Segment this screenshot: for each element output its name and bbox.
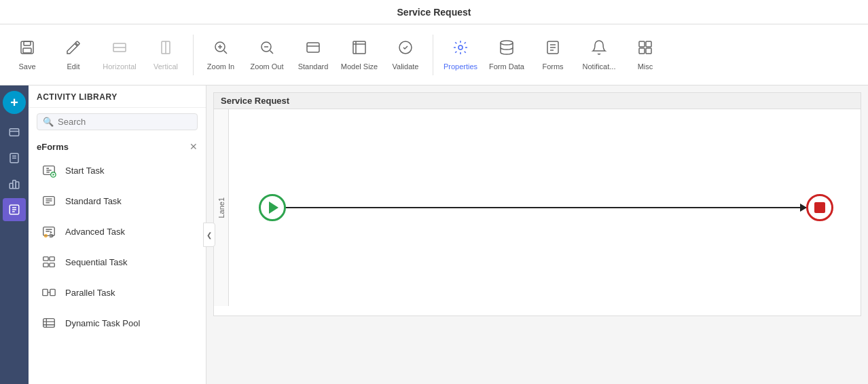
edit-label: Edit <box>67 62 80 71</box>
vertical-button[interactable]: Vertical <box>144 28 187 81</box>
edit-icon <box>65 39 82 60</box>
svg-rect-1 <box>24 41 31 45</box>
eforms-header: eForms ✕ <box>29 136 206 155</box>
model-size-button[interactable]: Model Size <box>338 28 381 81</box>
canvas-title: Service Request <box>214 93 861 109</box>
activity-panel: ACTIVITY LIBRARY 🔍 eForms ✕ Start Task <box>29 85 206 384</box>
zoom-out-icon <box>259 39 275 60</box>
standard-task-label: Standard Task <box>65 196 122 206</box>
start-node-play <box>269 201 278 214</box>
start-node[interactable] <box>259 194 286 221</box>
eforms-close-button[interactable]: ✕ <box>189 141 198 152</box>
search-input[interactable] <box>58 117 192 127</box>
flow-line <box>283 207 806 208</box>
svg-point-18 <box>458 45 463 50</box>
activity-list: Start Task Standard Task Advanced Task <box>29 155 206 384</box>
forms-button[interactable]: Forms <box>531 28 575 81</box>
list-item[interactable]: Standard Task <box>31 186 203 216</box>
advanced-task-icon <box>39 222 58 241</box>
svg-rect-25 <box>646 41 651 47</box>
horizontal-label: Horizontal <box>103 62 137 71</box>
svg-rect-24 <box>639 41 645 47</box>
main-layout: + ACTIVITY LIBRARY 🔍 eForms ✕ <box>0 85 868 384</box>
sequential-task-label: Sequential Task <box>65 257 128 267</box>
edit-button[interactable]: Edit <box>52 28 95 81</box>
svg-rect-28 <box>10 129 19 136</box>
vertical-label: Vertical <box>153 62 178 71</box>
activity-panel-title: ACTIVITY LIBRARY <box>37 92 117 102</box>
horizontal-button[interactable]: Horizontal <box>98 28 141 81</box>
zoom-in-icon <box>213 39 229 60</box>
lane-container: Lane1 <box>214 109 861 306</box>
dynamic-task-pool-label: Dynamic Task Pool <box>65 318 140 328</box>
forms-label: Forms <box>542 62 563 71</box>
zoom-in-button[interactable]: Zoom In <box>199 28 242 81</box>
properties-button[interactable]: Properties <box>439 28 482 81</box>
svg-rect-49 <box>43 257 48 261</box>
properties-icon <box>452 39 469 60</box>
vertical-icon <box>158 39 174 60</box>
start-task-icon <box>39 161 58 180</box>
list-button[interactable] <box>3 121 26 144</box>
notifications-icon <box>591 39 607 60</box>
misc-button[interactable]: Misc <box>623 28 667 81</box>
svg-rect-27 <box>646 48 651 54</box>
plugin-button[interactable] <box>3 172 26 195</box>
search-box[interactable]: 🔍 <box>37 113 198 130</box>
zoom-in-label: Zoom In <box>207 62 234 71</box>
separator-1 <box>193 35 194 75</box>
advanced-task-label: Advanced Task <box>65 227 125 237</box>
standard-icon <box>305 39 321 60</box>
separator-2 <box>433 35 433 75</box>
lane-label-cell: Lane1 <box>214 109 229 306</box>
svg-rect-14 <box>307 43 319 52</box>
list-item[interactable]: Dynamic Task Pool <box>31 308 203 338</box>
notifications-button[interactable]: Notificat... <box>577 28 621 81</box>
svg-rect-2 <box>23 48 31 53</box>
zoom-out-label: Zoom Out <box>251 62 284 71</box>
activity-button[interactable] <box>3 198 26 221</box>
model-size-icon <box>351 39 367 60</box>
standard-button[interactable]: Standard <box>291 28 335 81</box>
svg-rect-16 <box>353 41 365 54</box>
lane-content <box>229 109 861 306</box>
end-node[interactable] <box>806 194 833 221</box>
end-node-stop <box>814 202 825 213</box>
collapse-panel-button[interactable]: ❮ <box>203 223 215 247</box>
svg-rect-50 <box>43 263 48 267</box>
top-bar: Service Request <box>0 0 868 24</box>
activity-panel-header: ACTIVITY LIBRARY <box>29 85 206 108</box>
sequential-task-icon <box>39 252 58 271</box>
list-item[interactable]: Sequential Task <box>31 247 203 277</box>
svg-rect-26 <box>639 48 645 54</box>
canvas-container[interactable]: Service Request Lane1 <box>206 85 868 384</box>
canvas-area: Service Request Lane1 <box>206 85 868 384</box>
canvas-inner: Service Request Lane1 <box>213 92 861 316</box>
svg-rect-51 <box>50 257 54 261</box>
svg-line-12 <box>270 50 273 53</box>
toolbar: Save Edit Horizontal Vertical Zoom In Zo… <box>0 24 868 85</box>
icon-sidebar: + <box>0 85 29 384</box>
forms-sidebar-button[interactable] <box>3 147 26 170</box>
misc-icon <box>637 39 653 60</box>
list-item[interactable]: Start Task <box>31 155 203 185</box>
search-icon: 🔍 <box>43 117 54 127</box>
validate-icon <box>397 39 414 60</box>
svg-rect-35 <box>16 182 19 189</box>
form-data-icon <box>499 39 515 60</box>
lane-label: Lane1 <box>217 197 225 218</box>
svg-line-8 <box>224 50 227 53</box>
notifications-label: Notificat... <box>583 62 616 71</box>
svg-point-19 <box>501 41 513 45</box>
form-data-button[interactable]: Form Data <box>485 28 528 81</box>
start-task-label: Start Task <box>65 166 105 176</box>
add-button[interactable]: + <box>3 91 26 114</box>
validate-button[interactable]: Validate <box>384 28 427 81</box>
eforms-label: eForms <box>37 142 69 152</box>
form-data-label: Form Data <box>489 62 524 71</box>
list-item[interactable]: Parallel Task <box>31 277 203 307</box>
save-button[interactable]: Save <box>5 28 49 81</box>
zoom-out-button[interactable]: Zoom Out <box>245 28 289 81</box>
page-title: Service Request <box>397 7 471 18</box>
list-item[interactable]: Advanced Task <box>31 216 203 246</box>
